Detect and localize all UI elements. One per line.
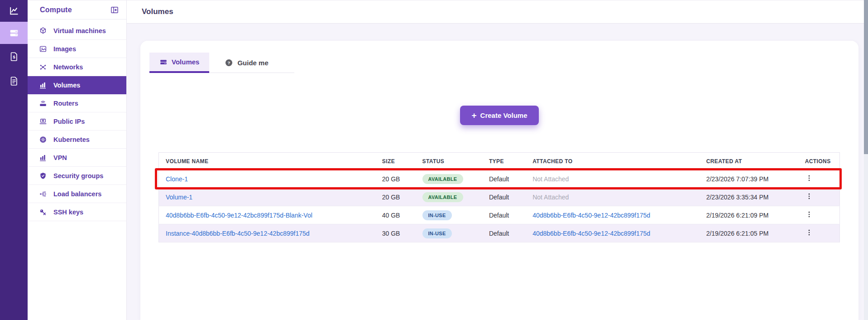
document-icon	[9, 76, 19, 86]
kubernetes-icon	[39, 136, 47, 144]
column-header-actions: ACTIONS	[798, 153, 840, 170]
volume-size: 20 GB	[382, 194, 400, 201]
sidebar-item-label: Images	[53, 45, 76, 53]
shield-check-icon	[39, 172, 47, 180]
tab-guide-me[interactable]: ? Guide me	[215, 53, 278, 73]
cube-icon	[39, 27, 47, 35]
table-header-row: VOLUME NAMESIZESTATUSTYPEATTACHED TOCREA…	[159, 153, 840, 170]
bar-chart-icon	[39, 154, 47, 162]
kebab-icon[interactable]	[805, 210, 813, 218]
sidebar-item-label: Virtual machines	[53, 27, 106, 34]
column-header-created-at: CREATED AT	[700, 153, 798, 170]
column-header-volume-name: VOLUME NAME	[159, 153, 375, 170]
sidebar-item-virtual-machines[interactable]: Virtual machines	[28, 22, 126, 40]
sidebar-item-label: Volumes	[53, 82, 80, 89]
create-volume-button[interactable]: + Create Volume	[460, 106, 538, 125]
sidebar-menu: Virtual machines Images Networks Volumes…	[28, 19, 126, 221]
table-row: Clone-1 20 GB AVAILABLE Default Not Atta…	[159, 170, 840, 188]
tab-guide-me-label: Guide me	[237, 59, 268, 67]
attached-to-text: Not Attached	[532, 175, 569, 183]
scrollbar-thumb[interactable]	[864, 0, 868, 154]
sidebar-item-security-groups[interactable]: Security groups	[28, 167, 126, 185]
sidebar-item-public-ips[interactable]: Public IPs	[28, 112, 126, 131]
sidebar: Compute Virtual machines Images Networks…	[28, 0, 127, 320]
sidebar-item-label: Public IPs	[53, 118, 85, 125]
kebab-icon[interactable]	[805, 174, 813, 182]
sidebar-item-images[interactable]: Images	[28, 40, 126, 58]
volume-name-link[interactable]: Clone-1	[166, 175, 188, 183]
volume-type: Default	[489, 230, 509, 237]
sidebar-item-label: SSH keys	[53, 208, 83, 216]
volume-name-link[interactable]: 40d8b6bb-E6fb-4c50-9e12-42bc899f175d-Bla…	[166, 212, 312, 219]
content-area: Volumes ? Guide me + Create Volume	[127, 24, 864, 320]
volume-size: 40 GB	[382, 212, 400, 219]
page-scrollbar	[864, 0, 868, 320]
rail-item-servers[interactable]	[0, 22, 28, 44]
column-header-size: SIZE	[375, 153, 416, 170]
panel-collapse-icon[interactable]	[110, 5, 119, 15]
content-card: Volumes ? Guide me + Create Volume	[140, 41, 858, 320]
tab-strip: Volumes ? Guide me	[149, 53, 294, 73]
volume-name-link[interactable]: Volume-1	[166, 194, 192, 201]
servers-icon	[9, 28, 19, 38]
column-header-status: STATUS	[416, 153, 482, 170]
volume-size: 20 GB	[382, 175, 400, 183]
plus-icon: +	[471, 111, 476, 120]
sidebar-item-routers[interactable]: Routers	[28, 94, 126, 112]
sidebar-header: Compute	[28, 0, 126, 19]
volume-type: Default	[489, 212, 509, 219]
public-ip-icon	[39, 117, 47, 126]
column-header-type: TYPE	[482, 153, 526, 170]
attached-to-text: Not Attached	[532, 194, 569, 201]
volumes-table-wrap: VOLUME NAMESIZESTATUSTYPEATTACHED TOCREA…	[158, 152, 840, 242]
status-badge: AVAILABLE	[422, 174, 463, 184]
sidebar-item-kubernetes[interactable]: Kubernetes	[28, 131, 126, 149]
rail-item-chart-line[interactable]	[0, 0, 28, 22]
sidebar-item-vpn[interactable]: VPN	[28, 149, 126, 167]
load-balancer-icon	[39, 190, 47, 198]
sidebar-item-label: VPN	[53, 154, 67, 161]
svg-text:?: ?	[228, 60, 230, 65]
volumes-table: VOLUME NAMESIZESTATUSTYPEATTACHED TOCREA…	[158, 152, 840, 242]
question-circle-icon: ?	[225, 58, 233, 67]
attached-to-link[interactable]: 40d8b6bb-E6fb-4c50-9e12-42bc899f175d	[532, 212, 650, 219]
sidebar-item-label: Networks	[53, 63, 83, 71]
rail-item-invoice[interactable]: $	[0, 44, 28, 69]
sidebar-item-label: Security groups	[53, 172, 103, 179]
table-row: Volume-1 20 GB AVAILABLE Default Not Att…	[159, 188, 840, 206]
kebab-icon[interactable]	[805, 228, 813, 237]
tab-volumes[interactable]: Volumes	[149, 53, 209, 73]
table-row: 40d8b6bb-E6fb-4c50-9e12-42bc899f175d-Bla…	[159, 206, 840, 224]
create-volume-row: + Create Volume	[140, 106, 858, 125]
sidebar-item-label: Kubernetes	[53, 136, 90, 143]
volume-name-link[interactable]: Instance-40d8b6bb-E6fb-4c50-9e12-42bc899…	[166, 230, 310, 237]
created-at: 2/19/2026 6:21:05 PM	[706, 230, 769, 237]
page-title: Volumes	[142, 7, 173, 16]
svg-text:$: $	[13, 55, 15, 59]
status-badge: AVAILABLE	[422, 192, 463, 202]
sidebar-item-label: Load balancers	[53, 190, 101, 198]
volume-type: Default	[489, 175, 509, 183]
create-volume-label: Create Volume	[480, 112, 528, 119]
volume-tab-icon	[159, 58, 168, 66]
status-badge: IN-USE	[422, 210, 452, 220]
attached-to-link[interactable]: 40d8b6bb-E6fb-4c50-9e12-42bc899f175d	[532, 230, 650, 237]
sidebar-title: Compute	[40, 6, 72, 14]
tab-volumes-label: Volumes	[172, 58, 199, 66]
sidebar-item-ssh-keys[interactable]: SSH keys	[28, 203, 126, 221]
network-icon	[39, 63, 47, 71]
chart-line-icon	[9, 6, 19, 16]
table-row: Instance-40d8b6bb-E6fb-4c50-9e12-42bc899…	[159, 224, 840, 242]
sidebar-item-volumes[interactable]: Volumes	[28, 76, 126, 94]
volume-size: 30 GB	[382, 230, 400, 237]
app-root: $ Compute Virtual machines Images Networ…	[0, 0, 868, 320]
sidebar-item-label: Routers	[53, 100, 78, 107]
sidebar-item-networks[interactable]: Networks	[28, 58, 126, 76]
bar-chart-icon	[39, 81, 47, 89]
kebab-icon[interactable]	[805, 192, 813, 200]
left-rail: $	[0, 0, 28, 320]
sidebar-item-load-balancers[interactable]: Load balancers	[28, 185, 126, 203]
router-icon	[39, 99, 47, 107]
topbar: Volumes	[127, 0, 868, 24]
rail-item-document[interactable]	[0, 69, 28, 93]
